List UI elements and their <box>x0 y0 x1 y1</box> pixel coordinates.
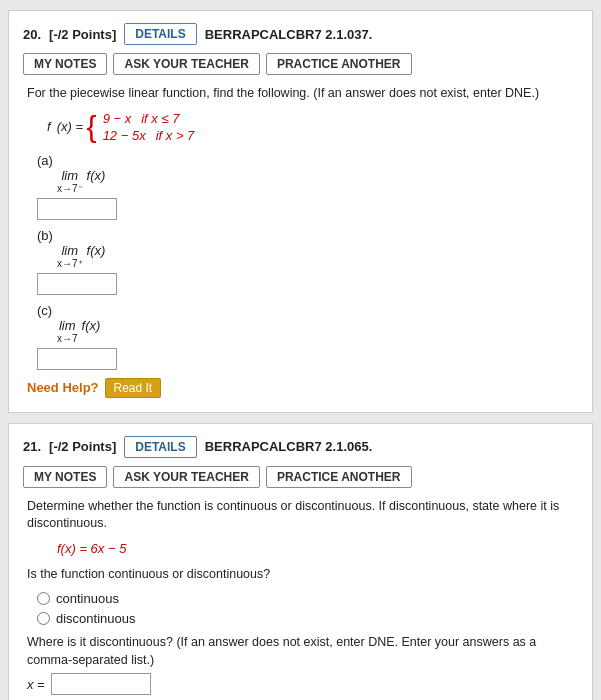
part-c-lim-word: lim <box>59 318 76 333</box>
need-help-20: Need Help? Read It <box>27 378 578 398</box>
continuous-label: continuous <box>56 591 119 606</box>
part-b-lim-sub: x→7⁺ <box>57 258 83 269</box>
my-notes-button-21[interactable]: MY NOTES <box>23 466 107 488</box>
discontinuous-radio[interactable] <box>37 612 50 625</box>
x-label: x = <box>27 677 45 692</box>
part-a-expression: lim x→7⁻ f(x) <box>57 168 578 194</box>
question2-21: Where is it discontinuous? (If an answer… <box>27 634 578 669</box>
problem-20-body: For the piecewise linear function, find … <box>23 85 578 398</box>
question1-21: Is the function continuous or discontinu… <box>27 566 578 584</box>
part-c: (c) lim x→7 f(x) <box>27 303 578 370</box>
piecewise-case-1: 9 − x if x ≤ 7 <box>103 111 195 126</box>
my-notes-button-20[interactable]: MY NOTES <box>23 53 107 75</box>
problem-21-header: 21. [-/2 Points] DETAILS BERRAPCALCBR7 2… <box>23 436 578 458</box>
part-a: (a) lim x→7⁻ f(x) <box>27 153 578 220</box>
piecewise-function: f (x) = { 9 − x if x ≤ 7 12 − 5x if x > … <box>47 111 578 143</box>
x-answer-input[interactable] <box>51 673 151 695</box>
part-c-answer-input[interactable] <box>37 348 117 370</box>
case2-expr: 12 − 5x <box>103 128 146 143</box>
part-a-lim: lim x→7⁻ <box>57 168 83 194</box>
continuous-radio[interactable] <box>37 592 50 605</box>
need-help-label-20: Need Help? <box>27 380 99 395</box>
part-a-answer-input[interactable] <box>37 198 117 220</box>
problem-21-instructions: Determine whether the function is contin… <box>27 498 578 533</box>
ask-teacher-button-20[interactable]: ASK YOUR TEACHER <box>113 53 259 75</box>
part-b-label: (b) <box>37 228 53 243</box>
details-button-20[interactable]: DETAILS <box>124 23 196 45</box>
x-equals-row: x = <box>27 673 578 695</box>
part-b-lim: lim x→7⁺ <box>57 243 83 269</box>
read-it-button-20[interactable]: Read It <box>105 378 162 398</box>
discontinuous-label: discontinuous <box>56 611 136 626</box>
problem-20-header: 20. [-/2 Points] DETAILS BERRAPCALCBR7 2… <box>23 23 578 45</box>
part-b-expression: lim x→7⁺ f(x) <box>57 243 578 269</box>
problem-20-card: 20. [-/2 Points] DETAILS BERRAPCALCBR7 2… <box>8 10 593 413</box>
part-c-lim-sub: x→7 <box>57 333 78 344</box>
problem-21-card: 21. [-/2 Points] DETAILS BERRAPCALCBR7 2… <box>8 423 593 701</box>
details-button-21[interactable]: DETAILS <box>124 436 196 458</box>
practice-another-button-21[interactable]: PRACTICE ANOTHER <box>266 466 412 488</box>
problem-20-code: BERRAPCALCBR7 2.1.037. <box>205 27 373 42</box>
problem-21-equation: f(x) = 6x − 5 <box>57 541 578 556</box>
continuous-option[interactable]: continuous <box>37 591 578 606</box>
discontinuous-option[interactable]: discontinuous <box>37 611 578 626</box>
piecewise-case-2: 12 − 5x if x > 7 <box>103 128 195 143</box>
problem-20-instructions: For the piecewise linear function, find … <box>27 85 578 103</box>
part-a-limit-row: lim x→7⁻ f(x) <box>57 168 105 194</box>
fx-paren: (x) = <box>57 119 87 134</box>
part-c-limit-row: lim x→7 f(x) <box>57 318 100 344</box>
part-b: (b) lim x→7⁺ f(x) <box>27 228 578 295</box>
part-a-input-row <box>37 198 578 220</box>
part-c-expression: lim x→7 f(x) <box>57 318 578 344</box>
part-c-lim: lim x→7 <box>57 318 78 344</box>
part-c-label: (c) <box>37 303 52 318</box>
part-b-answer-input[interactable] <box>37 273 117 295</box>
piecewise-cases: 9 − x if x ≤ 7 12 − 5x if x > 7 <box>103 111 195 143</box>
problem-21-body: Determine whether the function is contin… <box>23 498 578 701</box>
case1-cond: if x ≤ 7 <box>141 111 179 126</box>
part-b-lim-word: lim <box>61 243 78 258</box>
fx-equation-21: f(x) = 6x − 5 <box>57 541 126 556</box>
part-a-lim-word: lim <box>61 168 78 183</box>
part-a-fx: f(x) <box>87 168 106 183</box>
case1-expr: 9 − x <box>103 111 132 126</box>
problem-21-number: 21. <box>23 439 41 454</box>
problem-21-points: [-/2 Points] <box>49 439 116 454</box>
action-buttons-20: MY NOTES ASK YOUR TEACHER PRACTICE ANOTH… <box>23 53 578 75</box>
part-b-fx: f(x) <box>87 243 106 258</box>
action-buttons-21: MY NOTES ASK YOUR TEACHER PRACTICE ANOTH… <box>23 466 578 488</box>
part-c-fx: f(x) <box>82 318 101 333</box>
continuous-options: continuous discontinuous <box>37 591 578 626</box>
practice-another-button-20[interactable]: PRACTICE ANOTHER <box>266 53 412 75</box>
part-a-lim-sub: x→7⁻ <box>57 183 83 194</box>
part-c-input-row <box>37 348 578 370</box>
part-a-label: (a) <box>37 153 53 168</box>
problem-20-number: 20. <box>23 27 41 42</box>
ask-teacher-button-21[interactable]: ASK YOUR TEACHER <box>113 466 259 488</box>
part-b-input-row <box>37 273 578 295</box>
problem-20-points: [-/2 Points] <box>49 27 116 42</box>
case2-cond: if x > 7 <box>156 128 195 143</box>
fx-label-20: f <box>47 119 51 134</box>
big-brace: { <box>87 112 97 142</box>
problem-21-code: BERRAPCALCBR7 2.1.065. <box>205 439 373 454</box>
part-b-limit-row: lim x→7⁺ f(x) <box>57 243 105 269</box>
